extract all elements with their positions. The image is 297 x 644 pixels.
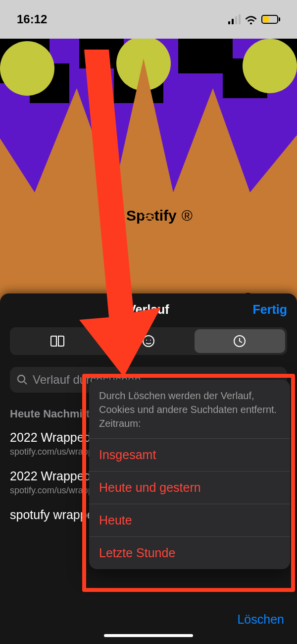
status-bar: 16:12	[0, 0, 297, 39]
popover-option-all[interactable]: Insgesamt	[89, 438, 290, 471]
home-indicator[interactable]	[104, 634, 193, 637]
search-icon	[17, 374, 28, 385]
status-icons	[228, 14, 280, 24]
clear-history-popover: Durch Löschen werden der Verlauf, Cookie…	[89, 380, 290, 569]
popover-message: Durch Löschen werden der Verlauf, Cookie…	[89, 380, 290, 438]
wifi-icon	[245, 14, 257, 24]
segment-history-tab[interactable]	[195, 329, 285, 353]
popover-option-today-yesterday[interactable]: Heute und gestern	[89, 471, 290, 504]
bottom-toolbar: Löschen	[0, 603, 297, 644]
battery-icon	[261, 15, 280, 24]
delete-button[interactable]: Löschen	[237, 612, 284, 627]
done-button[interactable]: Fertig	[253, 293, 287, 325]
svg-point-10	[143, 336, 154, 347]
segment-reading-list-tab[interactable]	[103, 329, 194, 353]
svg-point-14	[18, 375, 25, 382]
cellular-signal-icon	[228, 14, 241, 24]
svg-point-11	[146, 340, 147, 341]
svg-point-12	[150, 340, 151, 341]
svg-point-7	[0, 41, 54, 96]
svg-point-9	[243, 39, 297, 93]
spotify-wrapped-art: Spotify® 2022 Wrapped	[0, 39, 297, 321]
popover-option-last-hour[interactable]: Letzte Stunde	[89, 536, 290, 569]
sheet-header: Verlauf Fertig	[0, 293, 297, 325]
spotify-icon	[104, 207, 121, 224]
spotify-logo: Spotify®	[0, 207, 297, 224]
popover-option-today[interactable]: Heute	[89, 504, 290, 536]
sheet-title: Verlauf	[128, 302, 169, 317]
segment-bookmarks-tab[interactable]	[12, 329, 102, 353]
status-time: 16:12	[17, 12, 47, 26]
segmented-control	[10, 327, 287, 355]
